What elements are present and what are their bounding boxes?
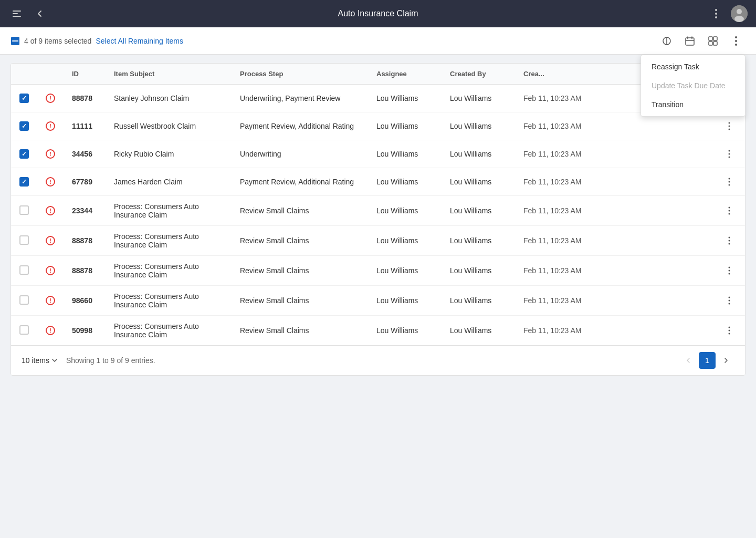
dropdown-item-transition[interactable]: Transition (641, 95, 745, 114)
col-header-assignee: Assignee (368, 64, 442, 85)
table-row: !23344Process: Consumers Auto Insurance … (11, 196, 745, 226)
row-more-button[interactable] (722, 119, 737, 133)
table-footer: 10 items Showing 1 to 9 of 9 entries. 1 (11, 345, 745, 375)
row-checkbox[interactable] (19, 265, 29, 275)
priority-icon: ! (46, 121, 55, 131)
svg-point-49 (729, 333, 730, 335)
svg-point-28 (729, 129, 730, 130)
row-more-button[interactable] (722, 174, 737, 189)
table-row: !88878Process: Consumers Auto Insurance … (11, 256, 745, 286)
priority-icon: ! (46, 266, 55, 275)
dropdown-menu: Reassign Task Update Task Due Date Trans… (640, 55, 746, 117)
toggle-sidebar-button[interactable] (8, 5, 25, 22)
row-created-by: Lou Williams (442, 140, 515, 168)
row-assignee: Lou Williams (368, 85, 442, 112)
svg-rect-2 (13, 16, 21, 17)
selection-actions (657, 32, 746, 50)
calendar-action-button[interactable] (680, 32, 699, 50)
row-id: 50998 (64, 316, 106, 346)
row-subject: Russell Westbrook Claim (106, 112, 232, 140)
row-checkbox[interactable] (19, 94, 29, 103)
row-created-date: Feb 11, 10:23 AM (515, 196, 713, 226)
row-process-step: Underwriting, Payment Review (232, 85, 368, 112)
priority-icon: ! (46, 206, 55, 215)
svg-point-31 (729, 157, 730, 158)
row-process-step: Review Small Claims (232, 226, 368, 256)
row-id: 88878 (64, 226, 106, 256)
row-id: 23344 (64, 196, 106, 226)
svg-point-40 (729, 243, 730, 245)
row-id: 88878 (64, 256, 106, 286)
svg-point-33 (729, 181, 730, 183)
row-process-step: Payment Review, Additional Rating (232, 112, 368, 140)
row-checkbox[interactable] (19, 149, 29, 159)
select-all-link[interactable]: Select All Remaining Items (96, 37, 183, 45)
row-id: 67789 (64, 168, 106, 196)
row-created-date: Feb 11, 10:23 AM (515, 140, 713, 168)
row-assignee: Lou Williams (368, 316, 442, 346)
row-more-button[interactable] (722, 233, 737, 248)
svg-point-32 (729, 178, 730, 180)
col-header-checkbox (11, 64, 37, 85)
row-checkbox[interactable] (19, 325, 29, 335)
nav-left (8, 5, 48, 22)
prev-page-button[interactable] (680, 352, 697, 369)
table-row: !34456Ricky Rubio ClaimUnderwritingLou W… (11, 140, 745, 168)
row-more-button[interactable] (722, 203, 737, 218)
row-checkbox[interactable] (19, 295, 29, 305)
svg-rect-16 (709, 37, 712, 40)
table-row: !50998Process: Consumers Auto Insurance … (11, 316, 745, 346)
next-page-button[interactable] (718, 352, 734, 369)
row-subject: James Harden Claim (106, 168, 232, 196)
col-header-created-by: Created By (442, 64, 515, 85)
table-row: !98660Process: Consumers Auto Insurance … (11, 286, 745, 316)
svg-point-4 (715, 13, 717, 15)
filter-action-button[interactable] (657, 32, 676, 50)
row-checkbox[interactable] (19, 177, 29, 187)
row-checkbox[interactable] (19, 205, 29, 215)
row-more-button[interactable] (722, 323, 737, 338)
more-actions-button[interactable] (727, 32, 746, 50)
row-created-date: Feb 11, 10:23 AM (515, 316, 713, 346)
table-row: !67789James Harden ClaimPayment Review, … (11, 168, 745, 196)
more-options-button[interactable] (708, 5, 724, 22)
row-created-by: Lou Williams (442, 226, 515, 256)
layout-action-button[interactable] (704, 32, 722, 50)
row-subject: Ricky Rubio Claim (106, 140, 232, 168)
priority-icon: ! (46, 326, 55, 335)
svg-rect-12 (686, 38, 694, 45)
page-1-button[interactable]: 1 (699, 352, 716, 369)
row-more-button[interactable] (722, 293, 737, 308)
row-subject: Process: Consumers Auto Insurance Claim (106, 196, 232, 226)
top-nav: Auto Insurance Claim (0, 0, 756, 27)
items-per-page-selector[interactable]: 10 items (22, 356, 58, 365)
priority-icon: ! (46, 94, 55, 103)
selection-count-text: 4 of 9 items selected (24, 37, 91, 45)
priority-icon: ! (46, 177, 55, 187)
row-subject: Stanley Johnson Claim (106, 85, 232, 112)
row-process-step: Payment Review, Additional Rating (232, 168, 368, 196)
row-process-step: Review Small Claims (232, 316, 368, 346)
row-checkbox[interactable] (19, 121, 29, 131)
row-subject: Process: Consumers Auto Insurance Claim (106, 316, 232, 346)
dropdown-item-reassign[interactable]: Reassign Task (641, 57, 745, 76)
row-more-button[interactable] (722, 147, 737, 161)
row-created-date: Feb 11, 10:23 AM (515, 286, 713, 316)
svg-point-21 (735, 40, 737, 42)
svg-point-41 (729, 267, 730, 268)
svg-point-37 (729, 213, 730, 215)
user-avatar[interactable] (731, 5, 748, 22)
row-subject: Process: Consumers Auto Insurance Claim (106, 256, 232, 286)
svg-point-35 (729, 207, 730, 209)
row-checkbox[interactable] (19, 235, 29, 245)
row-more-button[interactable] (722, 263, 737, 278)
svg-point-42 (729, 270, 730, 272)
back-button[interactable] (32, 5, 48, 22)
nav-right (708, 5, 748, 22)
svg-point-29 (729, 150, 730, 152)
row-created-date: Feb 11, 10:23 AM (515, 256, 713, 286)
data-table: ID Item Subject Process Step Assignee Cr… (11, 64, 745, 345)
svg-point-48 (729, 330, 730, 332)
svg-point-36 (729, 210, 730, 212)
svg-point-7 (737, 9, 742, 14)
